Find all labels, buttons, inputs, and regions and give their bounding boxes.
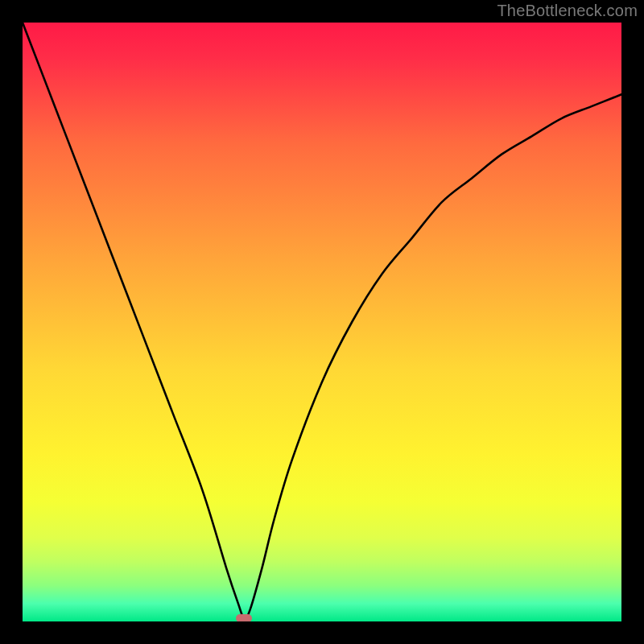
chart-frame: TheBottleneck.com [0,0,644,644]
plot-area [23,23,621,621]
bottleneck-curve [23,23,621,621]
watermark-text: TheBottleneck.com [497,2,638,20]
minimum-marker [236,614,252,621]
